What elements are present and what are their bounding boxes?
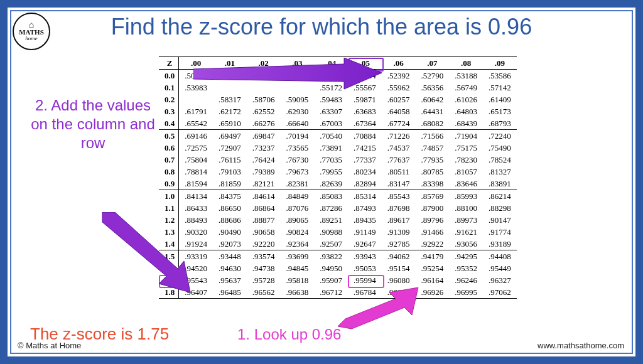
z-cell: .90658 [247,226,281,238]
z-cell: .50000 [179,70,213,82]
z-cell: .58706 [247,94,281,105]
z-cell: .96407 [179,286,213,299]
z-cell: .96485 [213,286,247,299]
z-cell: .72240 [483,130,517,142]
z-cell: .95543 [179,274,213,286]
z-cell: .71566 [416,130,450,142]
z-cell: .53983 [179,82,213,94]
z-cell: .66276 [247,117,281,130]
z-cell: .94062 [382,250,416,263]
z-cell: .68793 [483,117,517,130]
z-cell: .84849 [281,190,315,203]
z-cell: .62552 [247,105,281,117]
z-cell: .64431 [416,105,450,117]
z-cell: .75175 [449,142,483,154]
z-cell: .70884 [348,130,382,142]
z-cell: .94408 [483,250,517,263]
z-cell: .92364 [281,238,315,250]
z-cell: .69847 [247,130,281,142]
z-cell: .95994 [348,274,382,286]
z-cell: .86433 [179,202,213,214]
z-cell: .74857 [416,142,450,154]
z-cell: .87698 [382,202,416,214]
z-cell: .91466 [416,226,450,238]
z-cell: .70540 [314,130,348,142]
z-cell: .94738 [247,262,281,274]
z-cell: .77035 [314,154,348,166]
z-cell: .89065 [281,214,315,226]
z-cell: .96080 [382,274,416,286]
z-cell: .67003 [314,117,348,130]
z-cell: .80785 [416,166,450,178]
z-cell: .96638 [281,286,315,299]
z-cell: .76115 [213,154,247,166]
z-cell: .65173 [483,105,517,117]
z-cell: .63683 [348,105,382,117]
row-header: 1.4 [159,238,179,250]
z-cell: .62172 [213,105,247,117]
z-cell: .82121 [247,178,281,190]
row-header: 1.0 [159,190,179,203]
z-cell: .95053 [348,262,382,274]
col-header: .01 [213,57,247,70]
z-cell: .60642 [416,94,450,105]
z-cell: .71904 [449,130,483,142]
z-cell [179,94,213,105]
col-header: .08 [449,57,483,70]
z-cell: .96246 [449,274,483,286]
z-cell: .78524 [483,154,517,166]
z-cell: .59483 [314,94,348,105]
z-cell: .67724 [382,117,416,130]
row-header: 0.4 [159,117,179,130]
z-cell: .80511 [382,166,416,178]
z-cell: .73237 [247,142,281,154]
row-header: 0.2 [159,94,179,105]
z-cell: .76730 [281,154,315,166]
z-cell [281,82,315,94]
z-cell: .60257 [382,94,416,105]
z-cell: .86214 [483,190,517,203]
z-cell: .75804 [179,154,213,166]
row-header: 0.0 [159,70,179,82]
z-cell: .76424 [247,154,281,166]
col-header: .05 [348,57,382,70]
col-header: .00 [179,57,213,70]
z-cell: .94630 [213,262,247,274]
z-cell: .81057 [449,166,483,178]
z-cell: .85314 [348,190,382,203]
z-cell: .79103 [213,166,247,178]
z-cell: .91924 [179,238,213,250]
z-cell: .96712 [314,286,348,299]
z-cell: .50798 [247,70,281,82]
z-cell: .68439 [449,117,483,130]
z-cell: .90147 [483,214,517,226]
z-cell: .92507 [314,238,348,250]
z-cell: .61409 [483,94,517,105]
row-header: 1.6 [159,262,179,274]
z-cell: .80234 [348,166,382,178]
z-cell: .81327 [483,166,517,178]
z-cell: .58317 [213,94,247,105]
z-cell: .86864 [247,202,281,214]
z-cell: .61791 [179,105,213,117]
z-cell: .64058 [382,105,416,117]
z-cell: .74537 [382,142,416,154]
row-header: 0.6 [159,142,179,154]
row-header: 0.7 [159,154,179,166]
z-cell: .73565 [281,142,315,154]
z-cell: .96995 [449,286,483,299]
z-cell: .97062 [483,286,517,299]
z-cell: .93319 [179,250,213,263]
z-cell: .73891 [314,142,348,154]
z-cell: .70194 [281,130,315,142]
row-header: 1.3 [159,226,179,238]
z-cell: .56749 [449,82,483,94]
slide-frame: ⌂ MATHS home Find the z-score for which … [0,0,643,364]
col-header: .03 [281,57,315,70]
z-cell: .51994 [348,70,382,82]
z-cell: .50399 [213,70,247,82]
col-header: .07 [416,57,450,70]
annotation-step1: 1. Look up 0.96 [237,325,341,344]
z-cell: .53586 [483,70,517,82]
z-cell: .94179 [416,250,450,263]
